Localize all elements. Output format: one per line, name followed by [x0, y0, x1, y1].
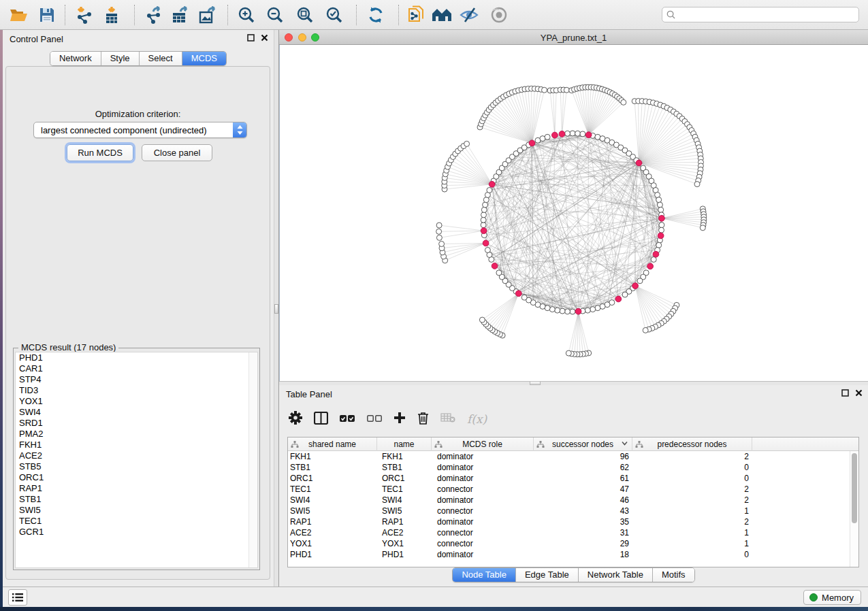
tab-select[interactable]: Select [140, 52, 182, 65]
document-share-icon[interactable] [406, 4, 426, 26]
network-window-titlebar[interactable]: YPA_prune.txt_1 [279, 30, 868, 45]
mcds-result-item[interactable]: YOX1 [16, 396, 257, 407]
mcds-result-item[interactable]: PMA2 [16, 429, 257, 440]
cell-successor-nodes: 96 [534, 451, 632, 462]
table-row[interactable]: TEC1TEC1connector472 [288, 484, 858, 495]
delete-column-trash-icon[interactable] [417, 412, 429, 427]
column-header-MCDS-role[interactable]: MCDS role [432, 437, 534, 451]
mcds-result-item[interactable]: PHD1 [16, 352, 257, 363]
column-header-predecessor-nodes[interactable]: predecessor nodes [632, 437, 752, 451]
export-table-icon[interactable] [170, 4, 191, 26]
mcds-result-item[interactable]: FKH1 [16, 440, 257, 450]
add-column-icon[interactable] [393, 412, 406, 427]
settings-gear-icon[interactable] [289, 411, 302, 427]
mcds-result-item[interactable]: STP4 [16, 374, 257, 385]
function-builder-icon-disabled: f(x) [467, 412, 487, 426]
task-history-button[interactable] [8, 589, 27, 606]
import-network-icon[interactable] [74, 4, 95, 26]
cell-successor-nodes: 46 [534, 495, 632, 506]
zoom-fit-icon[interactable] [295, 4, 315, 26]
close-panel-icon[interactable] [855, 389, 863, 397]
table-scrollbar-thumb[interactable] [852, 453, 857, 523]
mcds-result-item[interactable]: ACE2 [16, 450, 257, 461]
splitter-grip[interactable] [274, 304, 278, 314]
list-icon [12, 593, 23, 602]
mcds-result-item[interactable]: SRD1 [16, 418, 257, 429]
table-row[interactable]: RAP1RAP1dominator352 [288, 516, 858, 527]
zoom-selected-icon[interactable] [324, 4, 344, 26]
table-row[interactable]: SWI5SWI5connector431 [288, 506, 858, 516]
save-session-icon[interactable] [37, 4, 57, 26]
network-canvas[interactable] [279, 45, 868, 381]
show-all-eye-icon[interactable] [489, 4, 509, 26]
export-image-icon[interactable] [197, 4, 219, 26]
zoom-in-icon[interactable] [236, 4, 257, 26]
tab-network[interactable]: Network [50, 52, 101, 65]
criterion-dropdown[interactable]: largest connected component (undirected) [33, 122, 247, 138]
mcds-result-item[interactable]: GCR1 [16, 527, 257, 538]
mcds-result-item[interactable]: CAR1 [16, 363, 257, 374]
vertical-splitter[interactable] [274, 30, 279, 587]
cell-predecessor-nodes: 1 [632, 538, 752, 549]
table-row[interactable]: STB1STB1dominator620 [288, 462, 858, 473]
mcds-list-scrollbar[interactable] [248, 352, 257, 567]
close-panel-icon[interactable] [261, 34, 268, 42]
toolbar-separator [227, 5, 228, 25]
mcds-result-item[interactable]: STB5 [16, 461, 257, 472]
column-header-successor-nodes[interactable]: successor nodes [534, 437, 632, 451]
cell-shared-name: SWI5 [288, 506, 377, 516]
tab-edge-table[interactable]: Edge Table [516, 568, 579, 582]
cell-shared-name: TEC1 [288, 484, 377, 495]
hide-selected-eye-icon[interactable] [459, 4, 479, 26]
refresh-layout-icon[interactable] [366, 4, 386, 26]
float-panel-icon[interactable] [247, 34, 255, 42]
toolbar-separator [65, 5, 65, 25]
network-window: YPA_prune.txt_1 [279, 30, 868, 381]
mcds-result-title: MCDS result (17 nodes) [18, 342, 118, 352]
search-field[interactable] [662, 7, 859, 22]
table-row[interactable]: FKH1FKH1dominator962 [288, 451, 858, 462]
cell-shared-name: YOX1 [288, 538, 377, 549]
mcds-result-item[interactable]: SWI5 [16, 505, 257, 516]
cell-shared-name: ACE2 [288, 527, 377, 538]
table-scrollbar[interactable] [850, 451, 858, 567]
open-session-icon[interactable] [8, 4, 29, 26]
table-row[interactable]: ORC1ORC1dominator610 [288, 473, 858, 484]
cell-predecessor-nodes: 0 [632, 462, 752, 473]
table-row[interactable]: SWI4SWI4dominator462 [288, 495, 858, 506]
float-panel-icon[interactable] [841, 389, 849, 397]
deselect-all-icon[interactable] [367, 413, 382, 425]
mcds-result-item[interactable]: STB1 [16, 494, 257, 505]
cell-predecessor-nodes: 0 [632, 549, 752, 560]
mcds-result-list: PHD1CAR1STP4TID3YOX1SWI4SRD1PMA2FKH1ACE2… [15, 352, 258, 568]
main-toolbar [0, 0, 868, 30]
run-mcds-button[interactable]: Run MCDS [67, 144, 133, 161]
mcds-tab-content: Optimization criterion: largest connecte… [5, 66, 270, 580]
search-input[interactable] [679, 10, 858, 20]
column-header-name[interactable]: name [377, 437, 432, 451]
tab-node-table[interactable]: Node Table [453, 568, 516, 582]
select-all-icon[interactable] [340, 413, 355, 425]
tab-style[interactable]: Style [101, 52, 140, 65]
mcds-result-item[interactable]: SWI4 [16, 407, 257, 418]
zoom-out-icon[interactable] [265, 4, 285, 26]
table-row[interactable]: ACE2ACE2connector311 [288, 527, 858, 538]
mcds-result-item[interactable]: TID3 [16, 385, 257, 396]
mcds-result-item[interactable]: RAP1 [16, 483, 257, 494]
network-graph [280, 45, 868, 381]
show-columns-icon[interactable] [314, 412, 328, 427]
table-row[interactable]: PHD1PHD1dominator180 [288, 549, 858, 560]
close-panel-button[interactable]: Close panel [142, 144, 212, 161]
mcds-result-item[interactable]: ORC1 [16, 472, 257, 483]
application-window: Control Panel Optimization criterion: la… [0, 0, 868, 611]
mcds-result-item[interactable]: TEC1 [16, 516, 257, 527]
search-network-binoculars-icon[interactable] [430, 4, 453, 26]
tab-motifs[interactable]: Motifs [653, 568, 694, 582]
tab-network-table[interactable]: Network Table [579, 568, 653, 582]
export-network-icon[interactable] [144, 4, 164, 26]
tab-mcds[interactable]: MCDS [182, 52, 226, 65]
table-row[interactable]: YOX1YOX1connector291 [288, 538, 858, 549]
column-header-shared-name[interactable]: shared name [288, 437, 377, 451]
memory-button[interactable]: Memory [803, 590, 861, 605]
import-table-icon[interactable] [101, 4, 122, 26]
